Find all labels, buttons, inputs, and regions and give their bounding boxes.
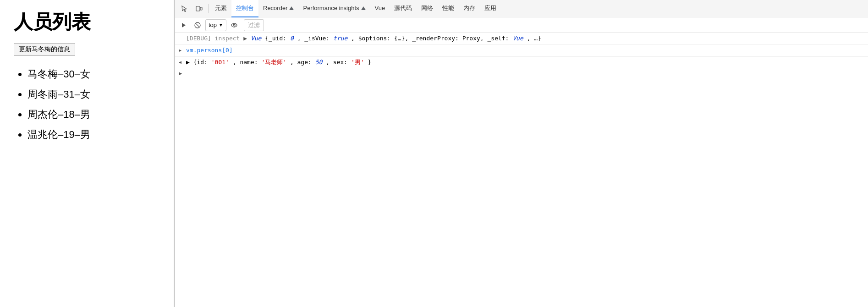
clear-button[interactable] — [192, 19, 203, 31]
left-panel: 人员列表 更新马冬梅的信息 马冬梅–30–女 周冬雨–31–女 周杰伦–18–男… — [0, 0, 174, 307]
chevron-down-icon: ▼ — [219, 22, 223, 27]
devtools-panel: 元素 控制台 Recorder Performance insights Vue… — [174, 0, 868, 307]
expand-arrow[interactable]: ◀ — [179, 58, 186, 66]
device-icon[interactable] — [192, 1, 206, 16]
expand-arrow — [179, 34, 186, 35]
filter-input[interactable]: 过滤 — [244, 19, 264, 31]
prompt-icon: ▶ — [179, 69, 182, 78]
live-expressions-button[interactable] — [228, 19, 240, 31]
svg-point-6 — [233, 24, 235, 26]
person-list: 马冬梅–30–女 周冬雨–31–女 周杰伦–18–男 温兆伦–19–男 — [14, 64, 160, 145]
tab-vue[interactable]: Vue — [370, 0, 390, 17]
tab-recorder[interactable]: Recorder — [258, 0, 298, 17]
tab-network[interactable]: 网络 — [417, 0, 438, 17]
console-output: [DEBUG] inspect ▶ Vue {_uid: 0 , _isVue:… — [175, 33, 868, 307]
console-prompt-line[interactable]: ▶ — [175, 68, 868, 79]
svg-point-5 — [231, 23, 237, 27]
svg-rect-1 — [200, 7, 202, 10]
tab-application[interactable]: 应用 — [480, 0, 501, 17]
perf-badge — [361, 6, 366, 10]
list-item: 马冬梅–30–女 — [27, 64, 160, 84]
list-item: 周冬雨–31–女 — [27, 84, 160, 104]
tab-sources[interactable]: 源代码 — [390, 0, 417, 17]
execute-button[interactable] — [178, 19, 190, 31]
tab-console[interactable]: 控制台 — [231, 0, 258, 17]
tab-elements[interactable]: 元素 — [210, 0, 231, 17]
devtools-tabbar: 元素 控制台 Recorder Performance insights Vue… — [175, 0, 868, 17]
page-title: 人员列表 — [14, 9, 160, 35]
console-input[interactable] — [184, 70, 864, 78]
tab-performance-insights[interactable]: Performance insights — [298, 0, 370, 17]
recorder-badge — [289, 6, 294, 10]
console-toolbar: top ▼ 过滤 — [175, 17, 868, 33]
list-item: 周杰伦–18–男 — [27, 104, 160, 125]
cursor-icon[interactable] — [177, 1, 192, 16]
svg-rect-0 — [196, 6, 200, 11]
list-item: 温兆伦–19–男 — [27, 125, 160, 145]
console-line-vm-persons[interactable]: ▶ vm.persons[0] — [175, 45, 868, 57]
context-selector[interactable]: top ▼ — [205, 19, 226, 31]
console-line-object[interactable]: ◀ ▶ {id: '001' , name: '马老师' , age: 50 ,… — [175, 57, 868, 69]
tab-memory[interactable]: 内存 — [459, 0, 480, 17]
update-button[interactable]: 更新马冬梅的信息 — [14, 43, 75, 56]
tab-separator — [208, 4, 209, 13]
svg-marker-2 — [182, 23, 186, 27]
context-label: top — [209, 22, 217, 28]
svg-line-4 — [196, 24, 199, 27]
expand-arrow[interactable]: ▶ — [179, 46, 186, 54]
tab-performance[interactable]: 性能 — [438, 0, 459, 17]
console-line-debug: [DEBUG] inspect ▶ Vue {_uid: 0 , _isVue:… — [175, 33, 868, 45]
